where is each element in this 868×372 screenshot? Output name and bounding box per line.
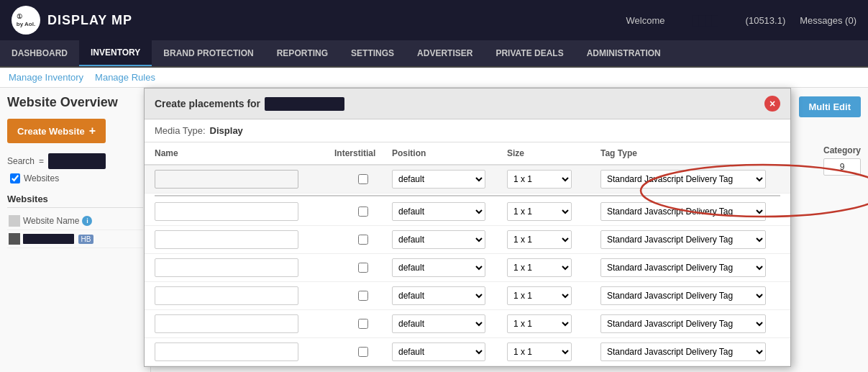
col-position: Position (392, 148, 507, 158)
breadcrumb-manage-inventory[interactable]: Manage Inventory (9, 72, 83, 83)
modal-data-row-1: default 1 x 1 Standard Javascript Delive… (145, 198, 790, 226)
row5-name-input[interactable] (155, 314, 298, 333)
create-placements-modal: Create placements for × Media Type: Disp… (144, 88, 791, 367)
hb-badge: HB (78, 235, 94, 244)
nav-brand-protection[interactable]: BRAND PROTECTION (152, 40, 265, 66)
header-tag-select[interactable]: Standard Javascript Delivery Tag Iframe … (600, 170, 766, 189)
header-name-input[interactable] (155, 170, 298, 189)
modal-data-row-2: default 1 x 1 Standard Javascript Delive… (145, 226, 790, 254)
row1-interstitial-checkbox[interactable] (358, 207, 368, 217)
header-interstitial-checkbox[interactable] (358, 174, 368, 184)
modal-data-row-3: default 1 x 1 Standard Javascript Delive… (145, 254, 790, 282)
modal-data-row-5: default 1 x 1 Standard Javascript Delive… (145, 310, 790, 338)
row2-position-select[interactable]: default (392, 230, 485, 249)
col-interstitial: Interstitial (334, 148, 392, 158)
search-equals: = (39, 156, 44, 166)
modal-title-area: Create placements for (155, 97, 344, 111)
website-name-col-header: Website Name (23, 216, 79, 226)
row4-name-input[interactable] (155, 286, 298, 305)
row1-position-select[interactable]: default (392, 202, 485, 221)
col-tag-type: Tag Type (600, 148, 780, 158)
row4-position-select[interactable]: default (392, 286, 485, 305)
row6-tag-select[interactable]: Standard Javascript Delivery Tag (600, 342, 766, 361)
create-website-button[interactable]: Create Website + (7, 119, 106, 143)
row6-interstitial-checkbox[interactable] (358, 347, 368, 357)
plus-icon: + (89, 124, 96, 137)
row2-interstitial-checkbox[interactable] (358, 235, 368, 245)
category-cell: 9 (823, 158, 861, 176)
media-type-value: Display (210, 125, 243, 136)
nav-dashboard[interactable]: DASHBOARD (0, 40, 79, 66)
websites-checkbox-row: Websites (7, 173, 143, 183)
row1-tag-select[interactable]: Standard Javascript Delivery Tag (600, 202, 766, 221)
app-title: DISPLAY MP (47, 13, 132, 28)
modal-header: Create placements for × (145, 89, 790, 119)
modal-subheader: Media Type: Display (145, 119, 790, 142)
nav-reporting[interactable]: REPORTING (265, 40, 339, 66)
row5-tag-select[interactable]: Standard Javascript Delivery Tag (600, 314, 766, 333)
header-tag-cell: Standard Javascript Delivery Tag Iframe … (600, 170, 780, 189)
websites-section-title: Websites (7, 194, 143, 208)
website-list-item[interactable]: HB (7, 230, 143, 248)
sidebar: Website Overview Create Website + Search… (0, 88, 151, 372)
breadcrumb: Manage Inventory Manage Rules (0, 68, 868, 88)
header-position-cell: default (392, 170, 507, 189)
nav-administration[interactable]: ADMINISTRATION (575, 40, 672, 66)
category-column: Category 9 (823, 145, 861, 176)
modal-divider (155, 195, 780, 196)
header-row-name (155, 170, 334, 189)
modal-title-text: Create placements for (155, 98, 260, 109)
grid-icon-header (9, 215, 20, 227)
header-size-select[interactable]: 1 x 1 300 x 250 728 x 90 (507, 170, 572, 189)
modal-data-row-6: default 1 x 1 Standard Javascript Delive… (145, 338, 790, 366)
row2-name-input[interactable] (155, 230, 298, 249)
nav-advertiser[interactable]: ADVERTISER (406, 40, 484, 66)
row1-size-select[interactable]: 1 x 1 (507, 202, 572, 221)
row3-position-select[interactable]: default (392, 258, 485, 277)
multi-edit-button[interactable]: Multi Edit (799, 96, 862, 117)
websites-checkbox-label: Websites (24, 173, 59, 183)
nav-inventory[interactable]: INVENTORY (79, 40, 152, 66)
row4-tag-select[interactable]: Standard Javascript Delivery Tag (600, 286, 766, 305)
breadcrumb-manage-rules[interactable]: Manage Rules (95, 72, 155, 83)
row3-interstitial-checkbox[interactable] (358, 263, 368, 273)
row2-size-select[interactable]: 1 x 1 (507, 230, 572, 249)
main-content: Website Overview Create Website + Search… (0, 88, 868, 372)
header-position-select[interactable]: default (392, 170, 485, 189)
messages-text[interactable]: Messages (0) (800, 15, 856, 26)
row1-name-input[interactable] (155, 202, 298, 221)
row6-name-input[interactable] (155, 342, 298, 361)
modal-site-name (265, 97, 344, 111)
modal-close-button[interactable]: × (764, 96, 780, 112)
info-icon[interactable]: i (82, 216, 92, 226)
search-label: Search (7, 156, 35, 166)
col-name: Name (155, 148, 334, 158)
row6-position-select[interactable]: default (392, 342, 485, 361)
header-size-cell: 1 x 1 300 x 250 728 x 90 (507, 170, 600, 189)
logo-area: ①by Aol. DISPLAY MP (12, 6, 132, 35)
row3-name-input[interactable] (155, 258, 298, 277)
row5-interstitial-checkbox[interactable] (358, 319, 368, 329)
row3-size-select[interactable]: 1 x 1 (507, 258, 572, 277)
nav-settings[interactable]: SETTINGS (339, 40, 406, 66)
websites-section: Websites Website Name i HB (7, 194, 143, 248)
header-interstitial-cell (334, 174, 392, 184)
sidebar-title: Website Overview (7, 95, 143, 110)
search-value-display (48, 153, 106, 169)
row5-position-select[interactable]: default (392, 314, 485, 333)
nav-private-deals[interactable]: PRIVATE DEALS (484, 40, 575, 66)
modal-header-row: default 1 x 1 300 x 250 728 x 90 Standar… (145, 165, 790, 194)
create-website-label: Create Website (17, 126, 85, 137)
row4-interstitial-checkbox[interactable] (358, 291, 368, 301)
row4-size-select[interactable]: 1 x 1 (507, 286, 572, 305)
media-type-label: Media Type: (155, 125, 206, 136)
row6-size-select[interactable]: 1 x 1 (507, 342, 572, 361)
modal-data-row-4: default 1 x 1 Standard Javascript Delive… (145, 282, 790, 310)
row2-tag-select[interactable]: Standard Javascript Delivery Tag (600, 230, 766, 249)
websites-table-header: Website Name i (7, 212, 143, 230)
grid-icon (9, 233, 20, 245)
logo-icon: ①by Aol. (12, 6, 40, 35)
row3-tag-select[interactable]: Standard Javascript Delivery Tag (600, 258, 766, 277)
row5-size-select[interactable]: 1 x 1 (507, 314, 572, 333)
websites-checkbox[interactable] (10, 173, 20, 183)
